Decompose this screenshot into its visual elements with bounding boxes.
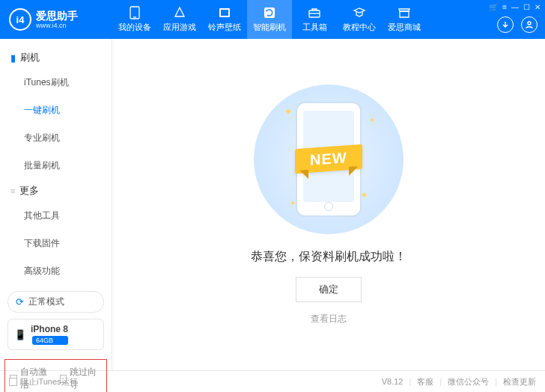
window-controls: 🛒 ≡ — ☐ ✕	[489, 3, 541, 11]
version-label: V8.12	[382, 377, 404, 386]
minimize-icon[interactable]: —	[511, 3, 519, 11]
user-icon[interactable]	[521, 16, 538, 33]
main-content: ✦ ✦ ✦ NEW 恭喜您，保资料刷机成功啦！ 确定 查看日志	[112, 39, 545, 370]
nav-store[interactable]: 爱思商城	[382, 0, 427, 39]
sidebar-item-oneclick-flash[interactable]: 一键刷机	[24, 97, 112, 124]
sidebar-item-pro-flash[interactable]: 专业刷机	[24, 124, 112, 152]
device-card[interactable]: 📱 iPhone 8 64GB	[7, 319, 104, 350]
tutorial-icon	[353, 6, 366, 19]
nav-toolbox[interactable]: 工具箱	[292, 0, 337, 39]
svg-rect-3	[221, 10, 228, 16]
sidebar-item-itunes-flash[interactable]: iTunes刷机	[24, 69, 112, 97]
sidebar: ▮ 刷机 iTunes刷机 一键刷机 专业刷机 批量刷机 ≡ 更多 其他工具 下…	[0, 39, 112, 370]
refresh-icon: ⟳	[16, 296, 24, 307]
grip-icon: ≡	[10, 186, 15, 195]
nav-ringtones[interactable]: 铃声壁纸	[202, 0, 247, 39]
svg-rect-4	[264, 7, 275, 18]
sidebar-group-more[interactable]: ≡ 更多	[0, 180, 112, 202]
toolbox-icon	[308, 6, 321, 19]
sparkle-icon: ✦	[284, 105, 293, 117]
logo-icon: i4	[9, 8, 31, 31]
flash-icon	[263, 6, 276, 19]
nav-apps[interactable]: 应用游戏	[157, 0, 202, 39]
sidebar-item-download-firmware[interactable]: 下载固件	[24, 230, 112, 257]
phone-icon: 📱	[14, 329, 26, 340]
sidebar-item-other-tools[interactable]: 其他工具	[24, 202, 112, 230]
sparkle-icon: ✦	[290, 199, 296, 207]
sparkle-icon: ✦	[369, 116, 375, 124]
cart-icon[interactable]: 🛒	[489, 3, 498, 11]
success-illustration: ✦ ✦ ✦ NEW	[254, 85, 404, 234]
store-icon	[398, 6, 411, 19]
footer-wechat-link[interactable]: 微信公众号	[448, 376, 489, 388]
block-itunes-checkbox[interactable]: 阻止iTunes运行	[9, 376, 78, 388]
nav-tutorials[interactable]: 教程中心	[337, 0, 382, 39]
ringtone-icon	[218, 6, 231, 19]
nav-flash[interactable]: 智能刷机	[247, 0, 292, 39]
success-message: 恭喜您，保资料刷机成功啦！	[251, 249, 407, 265]
header-right-icons	[497, 16, 538, 33]
storage-badge: 64GB	[32, 336, 68, 345]
device-small-icon: ▮	[10, 52, 16, 64]
dot-icon	[362, 193, 366, 197]
view-log-link[interactable]: 查看日志	[311, 313, 347, 325]
footer-update-link[interactable]: 检查更新	[503, 376, 536, 388]
footer-support-link[interactable]: 客服	[417, 376, 433, 388]
device-icon	[128, 6, 141, 19]
new-ribbon: NEW	[295, 144, 362, 174]
nav-my-device[interactable]: 我的设备	[112, 0, 157, 39]
top-nav: 我的设备 应用游戏 铃声壁纸 智能刷机 工具箱 教程中心 爱思商城	[112, 0, 427, 39]
sidebar-group-flash[interactable]: ▮ 刷机	[0, 46, 112, 69]
mode-pill[interactable]: ⟳ 正常模式	[7, 291, 104, 313]
logo: i4 爱思助手 www.i4.cn	[0, 8, 112, 31]
logo-text: 爱思助手 www.i4.cn	[36, 10, 78, 29]
maximize-icon[interactable]: ☐	[523, 3, 530, 11]
download-icon[interactable]	[497, 16, 514, 33]
header: i4 爱思助手 www.i4.cn 我的设备 应用游戏 铃声壁纸 智能刷机 工具…	[0, 0, 545, 39]
sidebar-item-batch-flash[interactable]: 批量刷机	[24, 152, 112, 180]
ok-button[interactable]: 确定	[296, 277, 362, 302]
menu-icon[interactable]: ≡	[502, 3, 507, 11]
svg-point-7	[528, 22, 531, 25]
sidebar-item-advanced[interactable]: 高级功能	[24, 257, 112, 285]
apps-icon	[173, 6, 186, 19]
close-icon[interactable]: ✕	[535, 3, 541, 11]
